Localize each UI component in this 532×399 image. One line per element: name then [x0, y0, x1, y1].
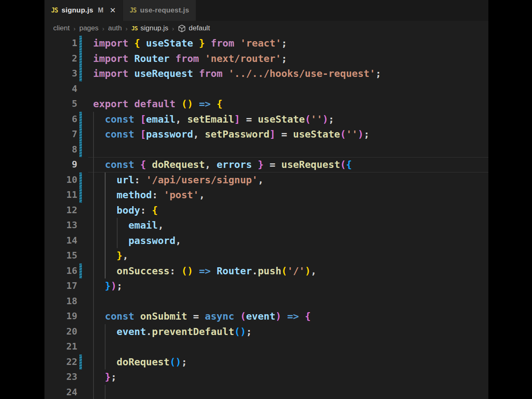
code-line-10[interactable]: 10 url: '/api/users/signup',: [44, 172, 488, 188]
breadcrumb-item-pages[interactable]: pages: [79, 24, 99, 32]
code-line-19[interactable]: 19 const onSubmit = async (event) => {: [44, 309, 488, 324]
tab-title: signup.js: [62, 6, 93, 15]
code-line-4[interactable]: 4: [44, 81, 488, 97]
code-line-5[interactable]: 5export default () => {: [44, 96, 488, 112]
token: (: [340, 128, 346, 140]
token: (: [170, 356, 175, 368]
breadcrumb-item-signup.js[interactable]: JSsignup.js: [131, 24, 168, 32]
token: :: [134, 174, 146, 186]
code-line-22[interactable]: 22 doRequest();: [44, 355, 488, 370]
code-text: doRequest();: [93, 355, 187, 370]
breadcrumb: client›pages›auth›JSsignup.js›default: [44, 21, 488, 36]
token: [175, 98, 181, 110]
token: email: [146, 113, 175, 125]
code-line-16[interactable]: 16 onSuccess: () => Router.push('/'),: [44, 264, 488, 279]
token: ,: [123, 250, 128, 261]
token: (: [281, 265, 287, 277]
modified-badge: M: [98, 7, 103, 14]
close-icon[interactable]: ✕: [110, 6, 116, 15]
token: [93, 159, 105, 170]
code-line-7[interactable]: 7 const [password, setPassword] = useSta…: [44, 127, 488, 142]
code-editor[interactable]: 1import { useState } from 'react';2impor…: [44, 36, 488, 399]
indent-guide: [93, 385, 94, 399]
code-line-11[interactable]: 11 method: 'post',: [44, 187, 488, 203]
breadcrumb-item-client[interactable]: client: [53, 24, 70, 32]
token: import: [93, 37, 134, 49]
token: body: [117, 204, 140, 216]
code-line-17[interactable]: 17 });: [44, 278, 488, 294]
token: =: [240, 113, 258, 125]
tab-use-request.js[interactable]: JSuse-request.js: [123, 0, 196, 21]
code-text: import useRequest from '../../hooks/use-…: [93, 66, 381, 81]
token: export: [93, 98, 134, 110]
code-line-1[interactable]: 1import { useState } from 'react';: [44, 36, 488, 51]
token: password: [146, 128, 193, 140]
code-text: url: '/api/users/signup',: [93, 172, 264, 188]
token: [: [140, 128, 146, 140]
code-line-12[interactable]: 12 body: {: [44, 203, 488, 218]
token: errors: [217, 159, 252, 170]
line-number: 20: [44, 324, 77, 340]
line-number: 12: [44, 203, 77, 218]
token: setPassword: [205, 128, 270, 140]
code-line-8[interactable]: 8: [44, 142, 488, 158]
token: useRequest: [134, 68, 193, 79]
token: {: [346, 159, 352, 170]
breadcrumb-item-default[interactable]: default: [178, 24, 210, 32]
token: .: [146, 326, 152, 337]
code-line-6[interactable]: 6 const [email, setEmail] = useState('')…: [44, 112, 488, 127]
code-line-21[interactable]: 21: [44, 339, 488, 355]
token: [193, 37, 199, 49]
token: [93, 219, 128, 231]
symbol-namespace-icon: [178, 25, 186, 32]
code-text: email,: [93, 218, 164, 233]
token: [93, 250, 117, 261]
line-number: 16: [44, 264, 77, 279]
code-line-13[interactable]: 13 email,: [44, 218, 488, 233]
token: [93, 310, 105, 322]
code-text: body: {: [93, 203, 158, 218]
code-line-3[interactable]: 3import useRequest from '../../hooks/use…: [44, 66, 488, 81]
token: ): [187, 265, 193, 277]
indent-guide: [93, 142, 94, 158]
token: from: [211, 37, 234, 49]
code-text: },: [93, 248, 128, 264]
modified-gutter-indicator: [79, 127, 82, 142]
token: [93, 189, 117, 201]
code-line-18[interactable]: 18: [44, 294, 488, 309]
token: {: [152, 204, 158, 216]
breadcrumb-separator-icon: ›: [126, 25, 128, 32]
token: 'react': [240, 37, 281, 49]
breadcrumb-separator-icon: ›: [102, 25, 104, 32]
token: (: [181, 265, 187, 277]
code-line-14[interactable]: 14 password,: [44, 233, 488, 249]
code-line-9[interactable]: 9 const { doRequest, errors } = useReque…: [44, 157, 488, 172]
token: [199, 53, 205, 64]
token: default: [134, 98, 175, 110]
token: ): [240, 326, 246, 337]
token: Router: [217, 265, 252, 277]
code-text: export default () => {: [93, 96, 222, 112]
token: .: [252, 265, 258, 277]
breadcrumb-item-auth[interactable]: auth: [108, 24, 122, 32]
token: ): [323, 113, 328, 125]
token: ;: [375, 68, 381, 79]
line-number: 6: [44, 112, 77, 127]
token: [93, 356, 117, 368]
code-line-23[interactable]: 23 };: [44, 369, 488, 385]
code-line-24[interactable]: 24: [44, 385, 488, 399]
token: ,: [311, 265, 317, 277]
token: const: [105, 113, 140, 125]
breadcrumb-label: pages: [79, 24, 99, 32]
code-line-15[interactable]: 15 },: [44, 248, 488, 264]
code-line-20[interactable]: 20 event.preventDefault();: [44, 324, 488, 340]
token: [205, 37, 211, 49]
line-number: 5: [44, 96, 77, 112]
modified-gutter-indicator: [79, 112, 82, 127]
token: ,: [175, 235, 181, 246]
token: ;: [364, 128, 369, 140]
tab-signup.js[interactable]: JSsignup.jsM✕: [44, 0, 123, 21]
token: [93, 128, 105, 140]
code-line-2[interactable]: 2import Router from 'next/router';: [44, 51, 488, 66]
token: =: [276, 128, 293, 140]
